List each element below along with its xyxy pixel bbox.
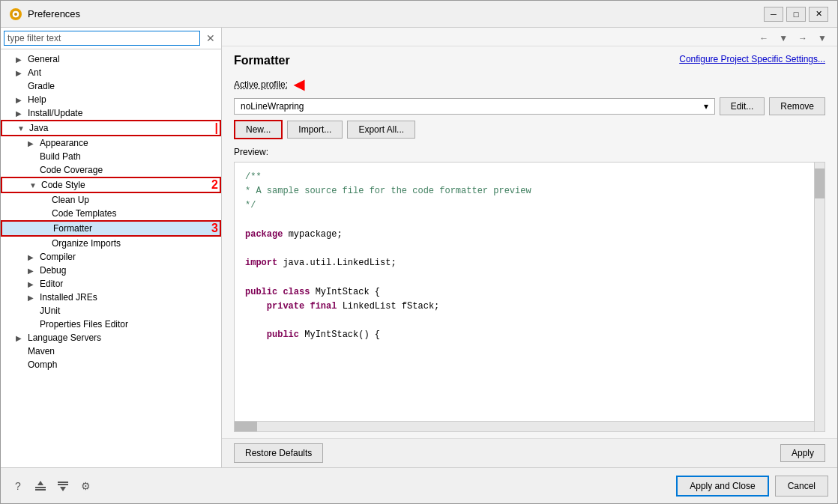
tree-item-appearance[interactable]: ▶ Appearance xyxy=(1,136,221,150)
cancel-button[interactable]: Cancel xyxy=(775,476,828,497)
nav-back-dropdown[interactable]: ▼ xyxy=(774,31,792,46)
tree-item-organize-imports[interactable]: Organize Imports xyxy=(1,237,221,250)
tree-item-compiler[interactable]: ▶ Compiler xyxy=(1,250,221,264)
help-icon[interactable]: ? xyxy=(10,478,26,494)
code-line-7-kw2: final xyxy=(310,301,337,312)
right-panel: ← ▼ → ▼ Formatter Configure Project Spec… xyxy=(222,28,837,467)
tree-item-maven[interactable]: Maven xyxy=(1,344,221,358)
svg-rect-5 xyxy=(58,482,68,483)
main-content: ✕ ▶ General ▶ Ant Gradle xyxy=(1,28,837,467)
apply-and-close-button[interactable]: Apply and Close xyxy=(676,476,768,497)
code-line-4-kw: package xyxy=(245,229,283,240)
bottom-icons: ? ⚙ xyxy=(10,478,94,494)
arrow-organize xyxy=(40,240,49,248)
arrow-properties xyxy=(28,321,37,329)
import-icon[interactable] xyxy=(55,478,71,494)
label-language-servers: Language Servers xyxy=(28,333,101,343)
tree-item-junit[interactable]: JUnit xyxy=(1,304,221,318)
preview-hscrollbar[interactable] xyxy=(235,421,814,431)
arrow-general: ▶ xyxy=(16,55,25,64)
svg-marker-4 xyxy=(37,481,43,485)
arrow-ant: ▶ xyxy=(16,69,25,77)
new-button[interactable]: New... xyxy=(234,120,283,139)
export-all-button[interactable]: Export All... xyxy=(347,121,415,139)
arrow-formatter xyxy=(41,225,50,233)
arrow-code-style: ▼ xyxy=(29,181,38,189)
code-line-1: /** xyxy=(245,171,262,182)
tree-item-gradle[interactable]: Gradle xyxy=(1,79,221,93)
label-formatter: Formatter xyxy=(53,223,92,234)
preview-hscrollbar-thumb[interactable] xyxy=(235,422,257,432)
edit-button[interactable]: Edit... xyxy=(720,97,765,115)
label-java: Java xyxy=(29,123,48,133)
apply-button[interactable]: Apply xyxy=(780,444,825,462)
tree-item-clean-up[interactable]: Clean Up xyxy=(1,193,221,207)
arrow-code-coverage xyxy=(28,166,37,174)
tree-item-code-templates[interactable]: Code Templates xyxy=(1,207,221,220)
tree-item-code-coverage[interactable]: Code Coverage xyxy=(1,163,221,177)
arrow-oomph xyxy=(16,361,25,369)
maximize-button[interactable]: □ xyxy=(786,7,806,22)
label-gradle: Gradle xyxy=(28,81,55,91)
label-installed-jres: Installed JREs xyxy=(40,292,97,303)
code-line-8-kw: public xyxy=(267,330,299,340)
label-properties-files-editor: Properties Files Editor xyxy=(40,319,128,330)
close-button[interactable]: ✕ xyxy=(809,7,828,22)
code-line-7-val: LinkedList fStack; xyxy=(343,301,440,312)
label-help: Help xyxy=(28,94,46,105)
svg-point-1 xyxy=(14,13,17,16)
svg-rect-3 xyxy=(35,489,46,491)
filter-clear-button[interactable]: ✕ xyxy=(203,32,218,44)
preview-content[interactable]: /** * A sample source file for the code … xyxy=(235,163,814,350)
tree-item-build-path[interactable]: Build Path xyxy=(1,150,221,163)
tree-item-help[interactable]: ▶ Help xyxy=(1,93,221,106)
nav-forward-dropdown[interactable]: ▼ xyxy=(813,31,831,46)
tree-item-properties-files-editor[interactable]: Properties Files Editor xyxy=(1,318,221,331)
minimize-button[interactable]: ─ xyxy=(764,7,783,22)
nav-forward-button[interactable]: → xyxy=(794,31,812,46)
preview-vscrollbar[interactable] xyxy=(814,163,825,431)
arrow-appearance: ▶ xyxy=(28,139,37,148)
remove-button[interactable]: Remove xyxy=(769,97,825,115)
arrow-help: ▶ xyxy=(16,96,25,104)
tree-item-ant[interactable]: ▶ Ant xyxy=(1,66,221,79)
nav-back-button[interactable]: ← xyxy=(755,31,773,46)
annotation-arrow-left: ◀ xyxy=(294,76,304,93)
tree-item-installed-jres[interactable]: ▶ Installed JREs xyxy=(1,291,221,304)
preview-vscrollbar-thumb[interactable] xyxy=(815,168,825,198)
preview-label: Preview: xyxy=(234,147,825,157)
filter-input[interactable] xyxy=(4,31,200,46)
title-bar-controls: ─ □ ✕ xyxy=(764,7,828,22)
code-line-5-kw: import xyxy=(245,258,277,268)
arrow-maven xyxy=(16,347,25,356)
configure-link[interactable]: Configure Project Specific Settings... xyxy=(679,54,825,64)
bottom-bar: ? ⚙ Apply and Close Cancel xyxy=(1,467,837,503)
tree-item-code-style[interactable]: ▼ Code Style 2 xyxy=(1,177,221,193)
tree-item-install-update[interactable]: ▶ Install/Update xyxy=(1,106,221,120)
label-editor: Editor xyxy=(40,279,63,289)
export-icon[interactable] xyxy=(32,478,49,494)
dropdown-arrow-icon: ▾ xyxy=(704,101,708,112)
page-title: Formatter xyxy=(234,54,290,67)
tree-item-oomph[interactable]: Oomph xyxy=(1,358,221,371)
profile-dropdown[interactable]: noLineWrapring ▾ xyxy=(234,98,715,115)
tree-item-editor[interactable]: ▶ Editor xyxy=(1,277,221,291)
code-line-4-val: mypackage; xyxy=(289,229,343,240)
preview-box: /** * A sample source file for the code … xyxy=(234,162,825,432)
arrow-compiler: ▶ xyxy=(28,253,37,261)
title-bar: Preferences ─ □ ✕ xyxy=(1,1,837,28)
import-button[interactable]: Import... xyxy=(287,121,343,139)
label-compiler: Compiler xyxy=(40,252,76,262)
tree-item-language-servers[interactable]: ▶ Language Servers xyxy=(1,331,221,344)
arrow-java: ▼ xyxy=(17,124,26,133)
label-maven: Maven xyxy=(28,346,55,356)
restore-defaults-button[interactable]: Restore Defaults xyxy=(234,443,323,463)
label-general: General xyxy=(28,54,60,64)
label-clean-up: Clean Up xyxy=(52,195,89,205)
settings-icon[interactable]: ⚙ xyxy=(77,478,94,494)
tree-item-formatter[interactable]: Formatter 3 xyxy=(1,220,221,237)
tree-item-debug[interactable]: ▶ Debug xyxy=(1,264,221,277)
arrow-code-templates xyxy=(40,210,49,218)
tree-item-java[interactable]: ▼ Java | xyxy=(1,120,221,136)
tree-item-general[interactable]: ▶ General xyxy=(1,52,221,66)
